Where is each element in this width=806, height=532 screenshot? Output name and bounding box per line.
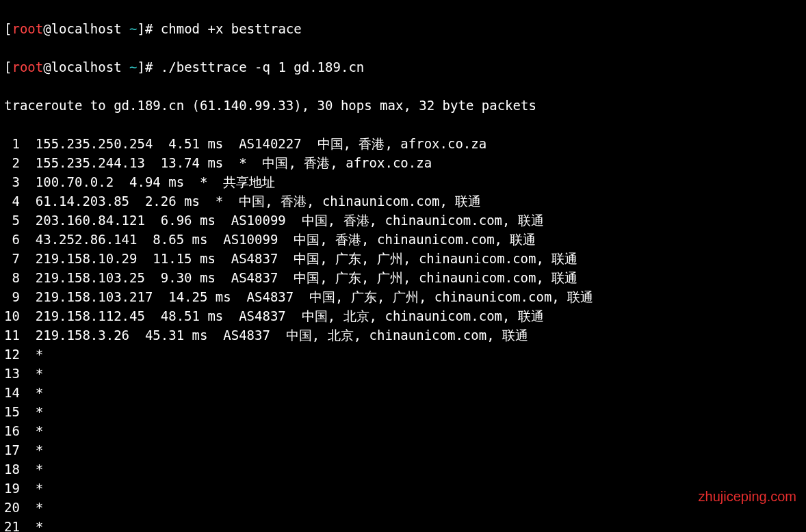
hop-line: 7 219.158.10.29 11.15 ms AS4837 中国, 广东, … xyxy=(4,249,802,268)
hop-line: 13 * xyxy=(4,364,802,383)
bracket: [ xyxy=(4,59,12,75)
hop-line: 20 * xyxy=(4,498,802,517)
hop-line: 10 219.158.112.45 48.51 ms AS4837 中国, 北京… xyxy=(4,306,802,325)
command-prev: chmod +x besttrace xyxy=(161,21,302,36)
prompt-user: root xyxy=(12,59,43,75)
hop-line: 11 219.158.3.26 45.31 ms AS4837 中国, 北京, … xyxy=(4,325,802,345)
prompt-line-prev: [root@localhost ~]# chmod +x besttrace xyxy=(4,19,802,38)
prompt-at: @localhost xyxy=(43,59,129,75)
prompt-at: @localhost xyxy=(43,21,129,36)
hop-line: 8 219.158.103.25 9.30 ms AS4837 中国, 广东, … xyxy=(4,268,802,287)
hop-line: 15 * xyxy=(4,402,802,421)
hop-line: 16 * xyxy=(4,421,802,440)
hop-line: 3 100.70.0.2 4.94 ms * 共享地址 xyxy=(4,172,802,191)
bracket: [ xyxy=(4,21,12,36)
terminal-output: [root@localhost ~]# chmod +x besttrace [… xyxy=(0,0,806,532)
hop-line: 14 * xyxy=(4,383,802,402)
prompt-line[interactable]: [root@localhost ~]# ./besttrace -q 1 gd.… xyxy=(4,57,802,77)
hop-line: 9 219.158.103.217 14.25 ms AS4837 中国, 广东… xyxy=(4,287,802,306)
traceroute-hops: 1 155.235.250.254 4.51 ms AS140227 中国, 香… xyxy=(4,134,802,532)
prompt-path: ~ xyxy=(129,59,137,75)
hop-line: 5 203.160.84.121 6.96 ms AS10099 中国, 香港,… xyxy=(4,211,802,230)
hop-line: 17 * xyxy=(4,440,802,460)
hop-line: 21 * xyxy=(4,517,802,532)
bracket: ]# xyxy=(138,59,161,75)
traceroute-header: traceroute to gd.189.cn (61.140.99.33), … xyxy=(4,96,802,115)
hop-line: 4 61.14.203.85 2.26 ms * 中国, 香港, chinaun… xyxy=(4,191,802,211)
hop-line: 18 * xyxy=(4,460,802,479)
command-text: ./besttrace -q 1 gd.189.cn xyxy=(161,59,364,75)
prompt-path: ~ xyxy=(129,21,137,36)
bracket: ]# xyxy=(138,21,161,36)
hop-line: 2 155.235.244.13 13.74 ms * 中国, 香港, afro… xyxy=(4,153,802,172)
hop-line: 19 * xyxy=(4,479,802,498)
hop-line: 6 43.252.86.141 8.65 ms AS10099 中国, 香港, … xyxy=(4,230,802,249)
hop-line: 1 155.235.250.254 4.51 ms AS140227 中国, 香… xyxy=(4,134,802,153)
prompt-user: root xyxy=(12,21,43,36)
hop-line: 12 * xyxy=(4,345,802,364)
